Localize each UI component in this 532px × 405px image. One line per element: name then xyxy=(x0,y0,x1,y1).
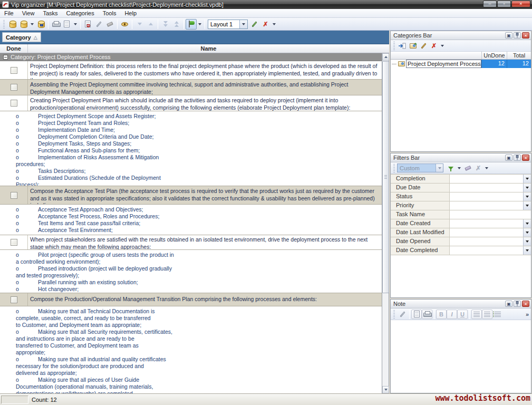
scroll-down-button[interactable] xyxy=(382,386,389,393)
column-name[interactable]: Name xyxy=(28,44,389,53)
align-left-button[interactable] xyxy=(471,310,482,319)
filter-dropdown-button[interactable] xyxy=(523,219,531,228)
column-total[interactable]: Total xyxy=(507,52,531,59)
layout-dropdown[interactable] xyxy=(273,23,276,25)
filter-dropdown-button[interactable] xyxy=(523,228,531,237)
group-by-category-button[interactable]: Category △ xyxy=(2,32,41,42)
vertical-scrollbar[interactable] xyxy=(382,53,389,393)
task-name[interactable]: Compose the Acceptance Test Plan (the ac… xyxy=(28,186,382,204)
clear-filter-button[interactable] xyxy=(462,163,473,173)
task-details-row[interactable]: o Acceptance Test Approach and Objective… xyxy=(0,205,382,235)
underline-button[interactable]: U xyxy=(457,310,468,319)
filter-preset-button[interactable] xyxy=(436,164,443,172)
note-print-button[interactable] xyxy=(422,310,432,319)
task-name[interactable]: Assembling the Project Deployment commit… xyxy=(28,80,382,95)
task-checkbox[interactable] xyxy=(11,192,17,199)
category-group-row[interactable]: Category: Project Deployment Process xyxy=(0,53,382,61)
filter-dropdown-button[interactable] xyxy=(523,237,531,246)
task-checkbox[interactable] xyxy=(11,100,17,107)
save-database-button[interactable] xyxy=(35,19,46,30)
task-name[interactable]: Creating Project Deployment Plan which s… xyxy=(28,95,382,111)
task-row[interactable]: Compose the Acceptance Test Plan (the ac… xyxy=(0,186,382,205)
collapse-icon[interactable] xyxy=(3,55,8,60)
filter-preset-select[interactable]: Custom xyxy=(397,163,443,172)
apply-filter-button[interactable] xyxy=(446,163,456,173)
menu-tools[interactable]: Tools xyxy=(99,9,121,17)
menu-categories[interactable]: Categories xyxy=(62,9,99,17)
filter-dropdown-button[interactable] xyxy=(523,246,531,255)
task-checkbox[interactable] xyxy=(11,239,17,246)
align-right-button[interactable] xyxy=(482,310,492,319)
panel-restore-icon[interactable]: ▣ xyxy=(505,32,512,38)
open-database-button[interactable] xyxy=(18,19,29,30)
filter-value[interactable] xyxy=(450,201,523,210)
column-done[interactable]: Done xyxy=(0,44,28,53)
category-name[interactable]: Project Deployment Process xyxy=(406,60,481,68)
remove-filter-button[interactable]: ✗ xyxy=(473,163,483,173)
filter-value[interactable] xyxy=(450,184,523,192)
apply-filter-dropdown[interactable] xyxy=(458,167,461,169)
category-row[interactable]: Project Deployment Process 12 12 xyxy=(391,60,531,68)
task-details-row[interactable]: o Pilot project (specific group of users… xyxy=(0,250,382,293)
filter-dropdown-button[interactable] xyxy=(523,201,531,210)
task-row[interactable]: Assembling the Project Deployment commit… xyxy=(0,80,382,95)
panel-restore-icon[interactable]: ▣ xyxy=(505,301,512,307)
print-preview-button[interactable] xyxy=(61,19,72,30)
bullet-list-button[interactable] xyxy=(492,310,503,319)
minimize-button[interactable]: – xyxy=(483,1,497,7)
new-subcategory-button[interactable]: + xyxy=(408,41,418,51)
task-name[interactable]: Compose the Production/Operational Manag… xyxy=(28,293,382,306)
delete-category-dropdown[interactable] xyxy=(441,45,444,47)
menu-tasks[interactable]: Tasks xyxy=(38,9,62,17)
scroll-up-button[interactable] xyxy=(382,53,389,61)
scrollbar-thumb[interactable] xyxy=(382,61,389,293)
remove-filter-dropdown[interactable] xyxy=(485,167,488,169)
toolbar-grip[interactable] xyxy=(3,20,5,28)
filters-toolbar-grip[interactable] xyxy=(393,164,395,172)
task-checkbox[interactable] xyxy=(11,84,17,91)
print-button[interactable] xyxy=(50,19,61,30)
task-name[interactable]: When project stakeholders are satisfied … xyxy=(28,235,382,249)
filter-value[interactable] xyxy=(450,175,523,183)
edit-category-button[interactable] xyxy=(418,41,429,51)
task-details-row[interactable]: o Project Deployment Scope and Assets Re… xyxy=(0,111,382,186)
task-row[interactable]: When project stakeholders are satisfied … xyxy=(0,235,382,250)
move-up-button[interactable] xyxy=(145,19,156,30)
layout-select-button[interactable] xyxy=(239,20,247,28)
new-database-button[interactable] xyxy=(7,19,18,30)
close-button[interactable]: × xyxy=(511,1,530,7)
filter-toggle-dropdown[interactable] xyxy=(198,23,201,25)
filter-value[interactable] xyxy=(450,246,523,255)
italic-button[interactable]: I xyxy=(447,310,457,319)
menu-file[interactable]: File xyxy=(0,9,18,17)
panel-close-icon[interactable]: × xyxy=(522,32,529,38)
panel-restore-icon[interactable]: ▣ xyxy=(505,155,512,161)
filter-value[interactable] xyxy=(450,219,523,228)
move-down-button[interactable] xyxy=(134,19,145,30)
open-database-dropdown[interactable] xyxy=(31,23,34,25)
filter-toggle-button[interactable] xyxy=(186,19,197,30)
note-preview-button[interactable] xyxy=(411,310,422,319)
task-subitems[interactable]: o Making sure that all Technical Documen… xyxy=(0,306,382,393)
toolbar-overflow-icon[interactable]: » xyxy=(526,311,529,317)
task-row[interactable]: Project Deployment Definition: this proc… xyxy=(0,61,382,80)
column-undone[interactable]: UnDone xyxy=(481,52,507,59)
new-task-button[interactable] xyxy=(82,19,93,30)
bold-button[interactable]: B xyxy=(436,310,447,319)
panel-pin-icon[interactable] xyxy=(514,155,521,161)
edit-task-button[interactable] xyxy=(93,19,104,30)
panel-close-icon[interactable]: × xyxy=(522,155,529,161)
filter-value[interactable] xyxy=(450,237,523,246)
delete-task-button[interactable] xyxy=(104,19,115,30)
task-name[interactable]: Project Deployment Definition: this proc… xyxy=(28,61,382,79)
task-subitems[interactable]: o Pilot project (specific group of users… xyxy=(0,250,382,293)
panel-close-icon[interactable]: × xyxy=(522,301,529,307)
task-details-row[interactable]: o Making sure that all Technical Documen… xyxy=(0,306,382,393)
maximize-button[interactable]: ▫ xyxy=(497,1,511,7)
filter-dropdown-button[interactable] xyxy=(523,175,531,183)
task-row[interactable]: Compose the Production/Operational Manag… xyxy=(0,293,382,306)
edit-note-button[interactable] xyxy=(397,310,408,319)
task-checkbox[interactable] xyxy=(11,67,17,74)
note-toolbar-grip[interactable] xyxy=(393,310,395,319)
delete-category-button[interactable]: ✗ xyxy=(429,41,439,51)
